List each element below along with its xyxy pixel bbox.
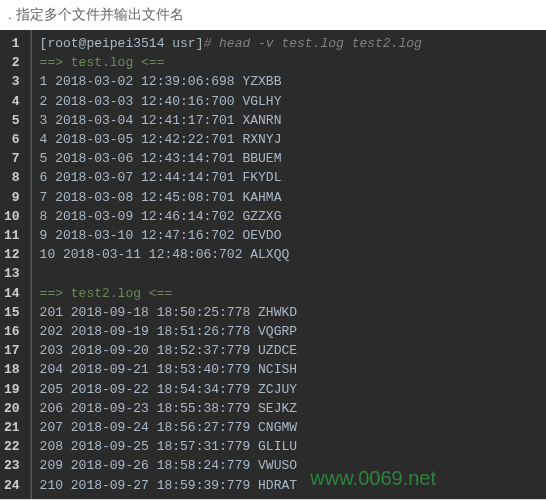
terminal-line: 210 2018-09-27 18:59:39:779 HDRAT (40, 476, 538, 495)
terminal-line: [root@peipei3514 usr]# head -v test.log … (40, 34, 538, 53)
terminal-output[interactable]: [root@peipei3514 usr]# head -v test.log … (32, 30, 546, 499)
terminal-line: ==> test2.log <== (40, 284, 538, 303)
line-number: 19 (4, 380, 24, 399)
terminal-line: 206 2018-09-23 18:55:38:779 SEJKZ (40, 399, 538, 418)
line-number: 6 (4, 130, 24, 149)
line-number-gutter: 123456789101112131415161718192021222324 (0, 30, 31, 499)
line-number: 1 (4, 34, 24, 53)
terminal-line: 208 2018-09-25 18:57:31:779 GLILU (40, 437, 538, 456)
line-number: 17 (4, 341, 24, 360)
terminal-line: 7 2018-03-08 12:45:08:701 KAHMA (40, 188, 538, 207)
line-number: 21 (4, 418, 24, 437)
terminal-line: 201 2018-09-18 18:50:25:778 ZHWKD (40, 303, 538, 322)
terminal-line: 1 2018-03-02 12:39:06:698 YZXBB (40, 72, 538, 91)
code-area: 123456789101112131415161718192021222324 … (0, 30, 546, 499)
terminal-line: 202 2018-09-19 18:51:26:778 VQGRP (40, 322, 538, 341)
terminal-line: 10 2018-03-11 12:48:06:702 ALXQQ (40, 245, 538, 264)
terminal-line: 6 2018-03-07 12:44:14:701 FKYDL (40, 168, 538, 187)
line-number: 23 (4, 456, 24, 475)
line-number: 14 (4, 284, 24, 303)
terminal-line: 5 2018-03-06 12:43:14:701 BBUEM (40, 149, 538, 168)
line-number: 2 (4, 53, 24, 72)
terminal-line: 207 2018-09-24 18:56:27:779 CNGMW (40, 418, 538, 437)
line-number: 20 (4, 399, 24, 418)
terminal-line: 209 2018-09-26 18:58:24:779 VWUSO (40, 456, 538, 475)
line-number: 13 (4, 264, 24, 283)
terminal-line: 4 2018-03-05 12:42:22:701 RXNYJ (40, 130, 538, 149)
line-number: 12 (4, 245, 24, 264)
terminal-line: 205 2018-09-22 18:54:34:779 ZCJUY (40, 380, 538, 399)
line-number: 8 (4, 168, 24, 187)
terminal-line: 203 2018-09-20 18:52:37:779 UZDCE (40, 341, 538, 360)
terminal-line (40, 264, 538, 283)
line-number: 9 (4, 188, 24, 207)
line-number: 11 (4, 226, 24, 245)
terminal-window: 123456789101112131415161718192021222324 … (0, 30, 546, 500)
page-title: . 指定多个文件并输出文件名 (0, 0, 546, 30)
line-number: 24 (4, 476, 24, 495)
line-number: 5 (4, 111, 24, 130)
line-number: 18 (4, 360, 24, 379)
line-number: 22 (4, 437, 24, 456)
terminal-line: 9 2018-03-10 12:47:16:702 OEVDO (40, 226, 538, 245)
line-number: 7 (4, 149, 24, 168)
terminal-line: ==> test.log <== (40, 53, 538, 72)
terminal-line: 8 2018-03-09 12:46:14:702 GZZXG (40, 207, 538, 226)
terminal-line: 3 2018-03-04 12:41:17:701 XANRN (40, 111, 538, 130)
line-number: 15 (4, 303, 24, 322)
line-number: 3 (4, 72, 24, 91)
line-number: 16 (4, 322, 24, 341)
line-number: 4 (4, 92, 24, 111)
terminal-line: 204 2018-09-21 18:53:40:779 NCISH (40, 360, 538, 379)
line-number: 10 (4, 207, 24, 226)
terminal-line: 2 2018-03-03 12:40:16:700 VGLHY (40, 92, 538, 111)
